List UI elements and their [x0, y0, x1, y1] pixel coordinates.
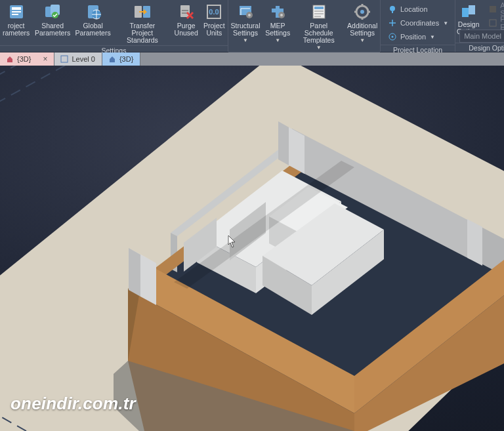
position-label: Position: [400, 33, 426, 41]
structural-settings-button[interactable]: Structural Settings ▼: [228, 1, 262, 52]
svg-point-29: [360, 10, 364, 14]
svg-rect-37: [462, 8, 469, 17]
svg-rect-49: [61, 56, 68, 62]
location-button[interactable]: Location: [385, 3, 451, 16]
transfer-project-standards-label: Transfer Project Standards: [116, 22, 168, 44]
project-units-icon: 0.0: [205, 3, 223, 21]
project-units-label: Project Units: [203, 22, 225, 37]
purge-unused-button[interactable]: Purge Unused: [172, 1, 201, 45]
additional-settings-button[interactable]: Additional Settings ▼: [345, 1, 380, 52]
home-3d-icon: [5, 54, 14, 64]
add-to-set-icon: [488, 4, 497, 14]
view-tabs: {3D} × Level 0 {3D}: [0, 52, 504, 66]
design-options-button[interactable]: Design Options: [455, 1, 482, 29]
mep-settings-icon: [268, 3, 287, 21]
project-parameters-label: roject rameters: [3, 22, 30, 37]
shared-parameters-button[interactable]: Shared Parameters: [32, 1, 73, 45]
main-model-value: Main Model: [464, 32, 501, 40]
watermark-text: oneindir.com.tr: [10, 394, 136, 414]
mep-settings-label: MEP Settings: [265, 22, 290, 37]
svg-marker-69: [467, 219, 482, 266]
shared-parameters-label: Shared Parameters: [35, 22, 70, 37]
pick-to-edit-button[interactable]: Pick to Edit: [486, 16, 504, 30]
ribbon: roject rameters Shared Parameters Global…: [0, 0, 504, 52]
design-options-group-label: Design Options: [455, 43, 504, 53]
panel-schedule-templates-label: Panel Schedule Templates: [296, 22, 341, 44]
svg-point-22: [280, 14, 283, 16]
svg-marker-68: [278, 121, 289, 165]
ribbon-group-settings: roject rameters Shared Parameters Global…: [0, 0, 228, 52]
ribbon-group-design-options: Design Options Add to Set Pick to Edit M…: [455, 0, 504, 52]
transfer-project-standards-icon: [133, 3, 152, 21]
location-label: Location: [400, 5, 428, 13]
tab-level0-label: Level 0: [72, 55, 94, 63]
project-units-button[interactable]: 0.0 Project Units: [201, 1, 228, 45]
svg-rect-38: [469, 5, 475, 14]
plan-view-icon: [60, 54, 69, 64]
tab-3d-active[interactable]: {3D} ×: [0, 52, 54, 66]
project-parameters-button[interactable]: roject rameters: [0, 1, 32, 45]
add-to-set-button[interactable]: Add to Set: [486, 3, 504, 16]
chevron-down-icon: ▼: [316, 45, 322, 51]
tab-3d-secondary[interactable]: {3D}: [102, 52, 140, 66]
coordinates-icon: [387, 18, 398, 28]
svg-rect-1: [12, 7, 21, 10]
mep-settings-button[interactable]: MEP Settings ▼: [262, 1, 293, 52]
svg-rect-25: [314, 10, 324, 12]
main-model-dropdown[interactable]: Main Model: [459, 30, 504, 43]
position-icon: [387, 31, 398, 42]
tab-level0[interactable]: Level 0: [54, 52, 102, 66]
pick-to-edit-label: Pick to Edit: [500, 15, 504, 31]
svg-point-34: [390, 6, 395, 11]
coordinates-button[interactable]: Coordinates ▼: [385, 16, 451, 30]
svg-rect-39: [490, 6, 496, 12]
svg-rect-40: [490, 20, 496, 26]
transfer-project-standards-button[interactable]: Transfer Project Standards: [113, 1, 171, 45]
chevron-down-icon: ▼: [360, 37, 365, 43]
structural-settings-label: Structural Settings: [231, 22, 261, 37]
shared-parameters-icon: [43, 3, 62, 21]
tab-3d2-label: {3D}: [119, 55, 133, 63]
tab-3d-label: {3D}: [17, 55, 31, 63]
home-3d-icon: [108, 54, 117, 64]
location-icon: [387, 4, 398, 14]
additional-settings-label: Additional Settings: [347, 22, 377, 37]
chevron-down-icon: ▼: [430, 34, 435, 40]
svg-rect-12: [182, 10, 188, 11]
svg-rect-27: [314, 16, 321, 17]
structural-settings-icon: [236, 3, 255, 21]
panel-schedule-templates-icon: [310, 3, 328, 21]
additional-settings-icon: [353, 3, 371, 21]
coordinates-label: Coordinates: [400, 19, 439, 27]
svg-rect-2: [12, 11, 21, 12]
viewport-3d[interactable]: oneindir.com.tr: [0, 66, 504, 431]
close-icon[interactable]: ×: [43, 54, 47, 64]
svg-rect-3: [12, 14, 18, 15]
pick-to-edit-icon: [488, 18, 497, 28]
svg-rect-26: [314, 13, 324, 14]
global-parameters-label: Global Parameters: [75, 22, 110, 37]
svg-point-36: [391, 36, 393, 38]
position-button[interactable]: Position ▼: [385, 30, 451, 43]
svg-marker-64: [140, 255, 156, 305]
global-parameters-icon: [84, 3, 102, 21]
ribbon-group-project-location: Location Coordinates ▼ Position ▼ Projec…: [381, 0, 455, 52]
svg-marker-65: [129, 248, 140, 297]
building-model: [0, 66, 504, 431]
purge-unused-label: Purge Unused: [175, 22, 198, 37]
svg-rect-24: [314, 7, 324, 9]
panel-schedule-templates-button[interactable]: Panel Schedule Templates ▼: [293, 1, 345, 52]
svg-text:0.0: 0.0: [209, 8, 219, 16]
purge-unused-icon: [177, 3, 196, 21]
ribbon-group-analysis: Structural Settings ▼ MEP Settings ▼ Pan…: [228, 0, 381, 52]
global-parameters-button[interactable]: Global Parameters: [73, 1, 114, 45]
chevron-down-icon: ▼: [275, 37, 280, 43]
svg-point-18: [248, 14, 251, 16]
chevron-down-icon: ▼: [443, 20, 448, 26]
project-parameters-icon: [7, 3, 26, 21]
chevron-down-icon: ▼: [243, 37, 248, 43]
design-options-icon: [459, 3, 478, 20]
